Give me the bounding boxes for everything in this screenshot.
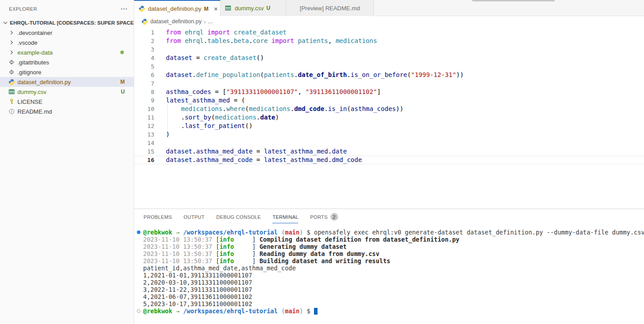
code-line-1[interactable]: 1from ehrql import create_dataset — [134, 28, 644, 37]
file-tree: .devcontainer.vscodeexample-data.gitattr… — [0, 28, 134, 116]
code-line-5[interactable]: 5 — [134, 62, 644, 71]
line-number: 7 — [134, 79, 154, 88]
line-number: 11 — [134, 113, 154, 122]
bottom-panel: PROBLEMSOUTPUTDEBUG CONSOLETERMINALPORTS… — [134, 209, 644, 324]
code-line-12[interactable]: 12 .last_for_patient() — [134, 122, 644, 130]
code-line-6[interactable]: 6dataset.define_population(patients.date… — [134, 71, 644, 79]
sidebar-item-readme-md[interactable]: README.md — [0, 107, 134, 116]
more-actions-icon[interactable]: ⋯ — [120, 7, 127, 11]
sidebar-item-dataset-definition-py[interactable]: dataset_definition.pyM — [0, 77, 134, 87]
sidebar-item-license[interactable]: LICENSE — [0, 97, 134, 107]
code-line-16[interactable]: 16dataset.asthma_med_code = latest_asthm… — [134, 156, 644, 164]
terminal-line: @rebkwok → /workspaces/ehrql-tutorial (m… — [143, 307, 644, 315]
git-status-badge: M — [120, 79, 125, 85]
file-label: dummy.csv — [17, 89, 121, 95]
code-line-3[interactable]: 3 — [134, 45, 644, 54]
code-line-11[interactable]: 11 .sort_by(medications.date) — [134, 113, 644, 122]
sidebar-item-vscode[interactable]: .vscode — [0, 38, 134, 47]
command-success-decoration-icon[interactable] — [137, 230, 140, 234]
sidebar-item-gitignore[interactable]: .gitignore — [0, 67, 134, 77]
breadcrumb-symbol[interactable]: ... — [208, 18, 212, 25]
panel-tab-label: PORTS — [310, 210, 327, 223]
tab-git-status-badge: M — [204, 6, 208, 12]
code-line-8[interactable]: 8asthma_codes = ["39113311000001107", "3… — [134, 88, 644, 96]
command-pending-decoration-icon[interactable] — [137, 309, 140, 313]
editor-area: dataset_definition.pyM×dummy.csvU[Previe… — [134, 0, 644, 324]
panel-tab-output[interactable]: OUTPUT — [184, 209, 205, 225]
git-status-badge: U — [121, 89, 125, 95]
terminal-line: 4,2021-06-07,39113611000001102 — [143, 293, 644, 300]
sidebar-item-dummy-csv[interactable]: dummy.csvU — [0, 87, 134, 97]
terminal-line: 2023-11-10 13:50:37 [info ] Compiling da… — [143, 236, 644, 243]
file-label: LICENSE — [17, 98, 134, 105]
readme-icon — [8, 108, 15, 115]
panel-tab-terminal[interactable]: TERMINAL — [272, 209, 298, 225]
code-text: medications.where(medications.dmd_code.i… — [166, 105, 403, 113]
terminal-line: patient_id,asthma_med_date,asthma_med_co… — [143, 264, 644, 272]
explorer-header: EXPLORER ⋯ — [0, 0, 134, 18]
tab-label: dummy.csv — [235, 5, 264, 12]
code-line-7[interactable]: 7 — [134, 79, 644, 88]
code-line-4[interactable]: 4dataset = create_dataset() — [134, 54, 644, 62]
tab-git-status-badge: U — [267, 5, 271, 11]
terminal-line: 2023-11-10 13:50:37 [info ] Building dat… — [143, 257, 644, 264]
file-label: .gitattributes — [17, 59, 134, 66]
python-icon — [139, 5, 145, 13]
tab-dataset-definition-py[interactable]: dataset_definition.pyM× — [134, 0, 220, 17]
sidebar-item-example-data[interactable]: example-data — [0, 47, 134, 57]
line-number: 16 — [134, 156, 154, 164]
code-line-2[interactable]: 2from ehrql.tables.beta.core import pati… — [134, 37, 644, 45]
workspace-root-label: EHRQL-TUTORIAL [CODESPACES: SUPER SPACE … — [10, 20, 134, 26]
code-text: from ehrql.tables.beta.core import patie… — [166, 37, 377, 45]
file-label: .vscode — [17, 39, 134, 46]
line-number: 1 — [134, 28, 154, 37]
panel-tab-problems[interactable]: PROBLEMS — [144, 209, 172, 225]
line-number: 9 — [134, 96, 154, 105]
line-number: 5 — [134, 62, 154, 71]
line-number: 8 — [134, 88, 154, 96]
code-text: .sort_by(medications.date) — [166, 113, 279, 122]
line-number: 15 — [134, 147, 154, 156]
file-label: dataset_definition.py — [17, 79, 120, 85]
tab-dummy-csv[interactable]: dummy.csvU — [220, 0, 286, 16]
close-icon[interactable]: × — [213, 5, 219, 13]
csv-icon — [225, 4, 232, 12]
code-text: dataset.define_population(patients.date_… — [166, 71, 464, 79]
code-text: dataset.asthma_med_code = latest_asthma_… — [166, 156, 362, 164]
terminal[interactable]: @rebkwok → /workspaces/ehrql-tutorial (m… — [134, 225, 644, 324]
panel-tab-label: DEBUG CONSOLE — [216, 210, 261, 223]
line-number: 14 — [134, 139, 154, 147]
tab-preview-readme-md[interactable]: [Preview] README.md — [286, 0, 374, 16]
code-line-10[interactable]: 10 medications.where(medications.dmd_cod… — [134, 105, 644, 113]
git-icon — [8, 68, 15, 76]
ports-count-badge: 2 — [330, 213, 338, 221]
terminal-line: 2023-11-10 13:50:37 [info ] Reading dumm… — [143, 250, 644, 257]
panel-tab-label: TERMINAL — [272, 210, 298, 223]
license-icon — [8, 98, 15, 105]
terminal-cursor — [314, 308, 318, 315]
breadcrumb[interactable]: dataset_definition.py › ... — [134, 16, 644, 27]
code-editor[interactable]: 1from ehrql import create_dataset2from e… — [134, 27, 644, 209]
breadcrumb-file[interactable]: dataset_definition.py — [150, 18, 202, 25]
line-number: 10 — [134, 105, 154, 113]
sidebar-item-gitattributes[interactable]: .gitattributes — [0, 57, 134, 67]
code-line-15[interactable]: 15dataset.asthma_med_date = latest_asthm… — [134, 147, 644, 156]
editor-tab-bar: dataset_definition.pyM×dummy.csvU[Previe… — [134, 0, 644, 16]
line-number: 3 — [134, 45, 154, 54]
workspace-root-folder[interactable]: EHRQL-TUTORIAL [CODESPACES: SUPER SPACE … — [0, 18, 134, 28]
code-line-9[interactable]: 9latest_asthma_med = ( — [134, 96, 644, 105]
panel-tab-debug-console[interactable]: DEBUG CONSOLE — [216, 209, 261, 225]
code-line-13[interactable]: 13) — [134, 130, 644, 139]
panel-tab-label: PROBLEMS — [144, 210, 172, 223]
code-text: asthma_codes = ["39113311000001107", "39… — [166, 88, 381, 96]
csv-icon — [8, 88, 15, 95]
sidebar-item-devcontainer[interactable]: .devcontainer — [0, 28, 134, 38]
panel-tab-bar: PROBLEMSOUTPUTDEBUG CONSOLETERMINALPORTS… — [134, 209, 644, 225]
code-line-14[interactable]: 14 — [134, 139, 644, 147]
file-label: README.md — [17, 108, 134, 115]
panel-tab-ports[interactable]: PORTS2 — [310, 209, 338, 225]
tabbar-scrollbar[interactable] — [472, 0, 555, 1]
python-icon — [141, 18, 148, 25]
code-text: from ehrql import create_dataset — [166, 28, 287, 37]
line-number: 2 — [134, 37, 154, 45]
